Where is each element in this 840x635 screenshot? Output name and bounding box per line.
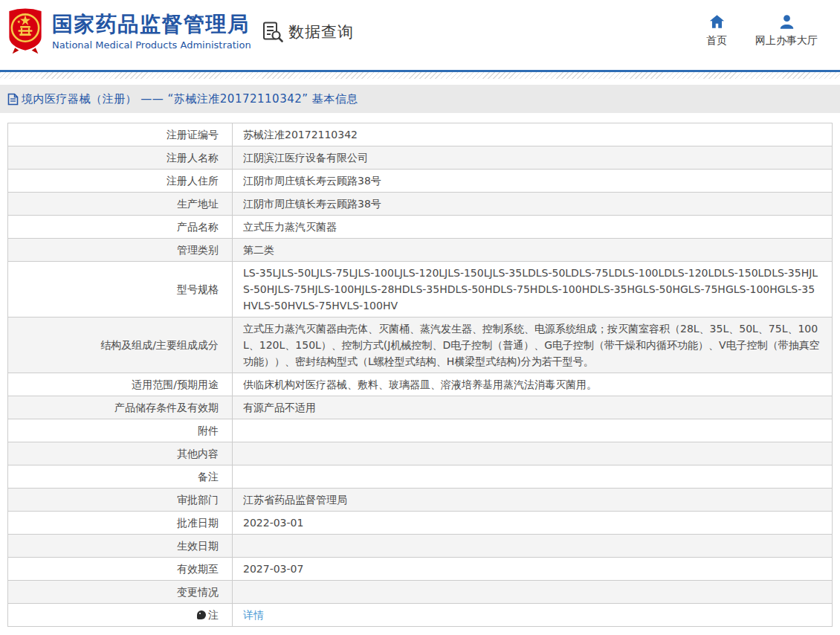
field-label-text: 产品名称: [177, 221, 219, 233]
field-label: 有效期至: [8, 558, 233, 581]
field-label-text: 适用范围/预期用途: [132, 378, 219, 390]
field-value: 江阴市周庄镇长寿云顾路38号: [233, 193, 833, 216]
site-title-cn: 国家药品监督管理局: [52, 11, 251, 38]
field-value: [233, 535, 833, 558]
field-value: 江阴滨江医疗设备有限公司: [233, 146, 833, 170]
field-label: 生效日期: [8, 535, 233, 558]
field-value: 江苏省药品监督管理局: [233, 489, 833, 512]
table-row: 备注: [8, 465, 833, 489]
field-label: 批准日期: [8, 512, 233, 535]
field-label-text: 注册证编号: [167, 129, 219, 141]
header-nav: 首页 网上办事大厅: [706, 14, 818, 48]
field-value: [233, 442, 833, 465]
field-label: 注: [8, 604, 233, 627]
field-label-text: 生产地址: [177, 198, 219, 210]
field-value-text: 2027-03-07: [243, 563, 303, 575]
field-label-text: 附件: [198, 425, 219, 436]
field-value: 江阴市周庄镇长寿云顾路38号: [233, 170, 833, 193]
field-value: [233, 581, 833, 604]
field-value: 有源产品不适用: [233, 396, 833, 419]
nav-item-label: 首页: [706, 34, 727, 48]
national-emblem-icon: [6, 7, 45, 54]
field-value: 2022-03-01: [233, 512, 833, 535]
field-value: LS-35LJLS-50LJLS-75LJLS-100LJLS-120LJLS-…: [233, 262, 833, 318]
data-query-nav[interactable]: 数据查询: [262, 21, 354, 42]
field-label-text: 批准日期: [177, 517, 219, 529]
table-row: 管理类别第二类: [8, 239, 833, 262]
table-row: 产品储存条件及有效期有源产品不适用: [8, 396, 833, 419]
field-value-text: 供临床机构对医疗器械、敷料、玻璃器皿、溶液培养基用蒸汽法消毒灭菌用。: [243, 378, 597, 390]
field-label-text: 注册人名称: [167, 152, 219, 164]
field-label: 型号规格: [8, 262, 233, 318]
table-row: 生产地址江阴市周庄镇长寿云顾路38号: [8, 193, 833, 216]
table-row: 结构及组成/主要组成成分立式压力蒸汽灭菌器由壳体、灭菌桶、蒸汽发生器、控制系统、…: [8, 318, 833, 373]
table-row: 批准日期2022-03-01: [8, 512, 833, 535]
nav-item-home[interactable]: 首页: [706, 14, 727, 48]
field-label-text: 有效期至: [177, 563, 219, 575]
field-label-text: 备注: [198, 471, 219, 483]
field-label-text: 其他内容: [177, 448, 219, 460]
field-value-text: 江阴滨江医疗设备有限公司: [243, 152, 368, 164]
field-value-text: 第二类: [243, 244, 274, 256]
field-label: 结构及组成/主要组成成分: [8, 318, 233, 373]
table-row: 注详情: [8, 604, 833, 627]
field-value-text: 江苏省药品监督管理局: [243, 494, 347, 506]
page-title: 境内医疗器械（注册） —— “苏械注准20172110342” 基本信息: [22, 92, 358, 106]
table-row: 有效期至2027-03-07: [8, 558, 833, 581]
field-label-text: 审批部门: [177, 494, 219, 506]
field-value-text: 苏械注准20172110342: [243, 129, 358, 141]
field-value-text: 立式压力蒸汽灭菌器由壳体、灭菌桶、蒸汽发生器、控制系统、电源系统组成；按灭菌室容…: [243, 323, 820, 367]
table-row: 注册证编号苏械注准20172110342: [8, 123, 833, 146]
field-value-text: 2022-03-01: [243, 517, 303, 529]
field-label: 附件: [8, 419, 233, 442]
field-label: 生产地址: [8, 193, 233, 216]
field-label: 产品储存条件及有效期: [8, 396, 233, 419]
home-icon: [709, 14, 725, 29]
field-value-text: 江阴市周庄镇长寿云顾路38号: [243, 175, 381, 187]
site-logo[interactable]: 国家药品监督管理局 National Medical Products Admi…: [6, 7, 251, 54]
field-label-text: 注: [208, 609, 219, 621]
field-value: 立式压力蒸汽灭菌器: [233, 216, 833, 239]
table-row: 注册人名称江阴滨江医疗设备有限公司: [8, 146, 833, 170]
table-row: 其他内容: [8, 442, 833, 465]
field-value-text: 江阴市周庄镇长寿云顾路38号: [243, 198, 381, 210]
field-value-text: 有源产品不适用: [243, 402, 316, 413]
note-icon: [197, 610, 206, 619]
field-value: 苏械注准20172110342: [233, 123, 833, 146]
field-value: 供临床机构对医疗器械、敷料、玻璃器皿、溶液培养基用蒸汽法消毒灭菌用。: [233, 373, 833, 396]
hatch-pattern-band: [0, 72, 840, 79]
field-label-text: 产品储存条件及有效期: [114, 402, 219, 413]
field-label-text: 注册人住所: [167, 175, 219, 187]
site-title-en: National Medical Products Administration: [52, 39, 251, 51]
field-label-text: 变更情况: [177, 586, 219, 598]
field-label: 备注: [8, 465, 233, 489]
field-value: 立式压力蒸汽灭菌器由壳体、灭菌桶、蒸汽发生器、控制系统、电源系统组成；按灭菌室容…: [233, 318, 833, 373]
field-label-text: 结构及组成/主要组成成分: [100, 339, 219, 351]
field-label: 注册人住所: [8, 170, 233, 193]
field-value: [233, 465, 833, 489]
nav-item-label: 网上办事大厅: [755, 34, 818, 48]
table-row: 附件: [8, 419, 833, 442]
table-row: 审批部门江苏省药品监督管理局: [8, 489, 833, 512]
site-header: 国家药品监督管理局 National Medical Products Admi…: [0, 0, 840, 70]
table-row: 变更情况: [8, 581, 833, 604]
field-label: 审批部门: [8, 489, 233, 512]
document-search-icon: [262, 21, 283, 42]
field-value: [233, 419, 833, 442]
field-label-text: 生效日期: [177, 540, 219, 552]
table-row: 注册人住所江阴市周庄镇长寿云顾路38号: [8, 170, 833, 193]
field-value-text: LS-35LJLS-50LJLS-75LJLS-100LJLS-120LJLS-…: [243, 267, 818, 312]
field-value: 2027-03-07: [233, 558, 833, 581]
nav-item-service-hall[interactable]: 网上办事大厅: [755, 14, 818, 48]
field-label-text: 管理类别: [177, 244, 219, 256]
field-label: 变更情况: [8, 581, 233, 604]
detail-link[interactable]: 详情: [243, 609, 264, 621]
registration-info-table: 注册证编号苏械注准20172110342注册人名称江阴滨江医疗设备有限公司注册人…: [7, 123, 833, 627]
field-value: 详情: [233, 604, 833, 627]
table-row: 型号规格LS-35LJLS-50LJLS-75LJLS-100LJLS-120L…: [8, 262, 833, 318]
field-label: 注册证编号: [8, 123, 233, 146]
table-row: 产品名称立式压力蒸汽灭菌器: [8, 216, 833, 239]
document-icon: [7, 93, 19, 106]
field-label: 管理类别: [8, 239, 233, 262]
field-label: 产品名称: [8, 216, 233, 239]
